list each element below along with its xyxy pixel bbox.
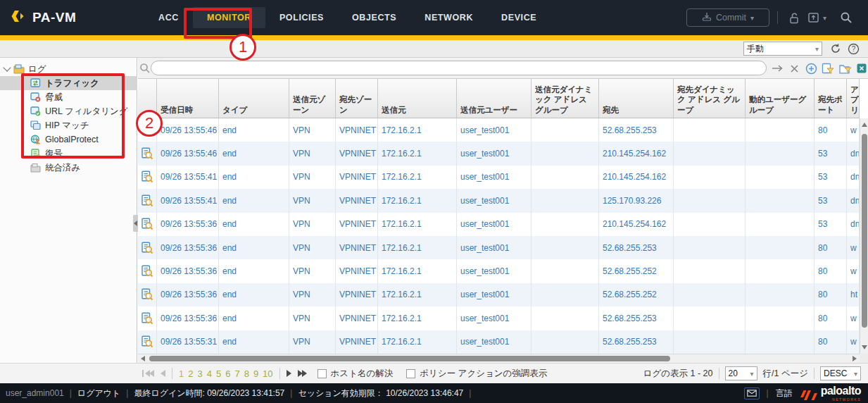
highlight-policy-checkbox[interactable] bbox=[406, 369, 415, 378]
page-number-4[interactable]: 4 bbox=[207, 368, 212, 379]
nav-tab-objects[interactable]: OBJECTS bbox=[338, 7, 410, 28]
cell-destination: 52.68.255.253 bbox=[599, 330, 674, 354]
table-row[interactable]: 09/26 13:55:36endVPNVPNINET172.16.2.1use… bbox=[138, 283, 860, 306]
vertical-scroll-thumb[interactable] bbox=[862, 134, 867, 328]
horizontal-scrollbar[interactable] bbox=[138, 354, 860, 363]
cell-dynamic-user-group bbox=[746, 166, 814, 189]
log-filter-input[interactable] bbox=[151, 61, 767, 75]
column-header-type[interactable]: タイプ bbox=[219, 79, 289, 118]
prev-page-button[interactable] bbox=[161, 370, 165, 377]
cell-application: dn bbox=[847, 189, 860, 212]
column-header-source-dag[interactable]: 送信元ダイナミック アドレス グループ bbox=[532, 79, 599, 118]
table-row[interactable]: 09/26 13:55:46endVPNVPNINET172.16.2.1use… bbox=[138, 118, 860, 142]
page-number-2[interactable]: 2 bbox=[188, 368, 193, 379]
per-page-select[interactable]: 20 ▾ bbox=[725, 366, 757, 380]
table-row[interactable]: 09/26 13:55:41endVPNVPNINET172.16.2.1use… bbox=[138, 189, 860, 212]
apply-filter-icon[interactable] bbox=[770, 61, 784, 75]
log-detail-icon[interactable] bbox=[138, 189, 157, 212]
scroll-right-icon[interactable] bbox=[853, 356, 857, 361]
clear-filter-icon[interactable] bbox=[787, 61, 801, 75]
column-header-destination-dag[interactable]: 宛先ダイナミック アドレス グループ bbox=[674, 79, 746, 118]
log-detail-icon[interactable] bbox=[138, 259, 157, 283]
sidebar-item-unified[interactable]: 統合済み bbox=[0, 161, 137, 175]
log-detail-icon[interactable] bbox=[138, 142, 157, 165]
accent-bar bbox=[0, 35, 868, 40]
export-csv-icon[interactable] bbox=[855, 61, 868, 75]
page-number-1[interactable]: 1 bbox=[179, 368, 184, 379]
column-header-dest-port[interactable]: 宛先ポート bbox=[814, 79, 847, 118]
column-header-source[interactable]: 送信元 bbox=[378, 79, 457, 118]
column-header-application[interactable]: アプリ bbox=[847, 79, 860, 118]
table-row[interactable]: 09/26 13:55:36endVPNVPNINET172.16.2.1use… bbox=[138, 213, 860, 236]
scroll-up-icon[interactable] bbox=[862, 123, 867, 127]
log-detail-icon[interactable] bbox=[138, 283, 157, 306]
page-number-3[interactable]: 3 bbox=[197, 368, 202, 379]
device-name: PA-VM bbox=[32, 10, 76, 25]
help-icon[interactable]: ? bbox=[847, 42, 860, 55]
resolve-hostname-checkbox[interactable] bbox=[317, 369, 327, 378]
table-row[interactable]: 09/26 13:55:31endVPNVPNINET172.16.2.1use… bbox=[138, 330, 860, 354]
log-detail-icon[interactable] bbox=[138, 306, 157, 330]
cell-destination: 125.170.93.226 bbox=[599, 189, 674, 212]
scroll-down-icon[interactable] bbox=[862, 345, 867, 349]
nav-tab-network[interactable]: NETWORK bbox=[410, 7, 487, 28]
cell-destination: 210.145.254.162 bbox=[599, 166, 674, 189]
sort-order-select[interactable]: DESC ▾ bbox=[820, 366, 861, 380]
language-link[interactable]: 言語 bbox=[776, 388, 793, 399]
cell-dynamic-user-group bbox=[746, 283, 814, 306]
next-page-button[interactable] bbox=[287, 370, 291, 377]
column-header-destination[interactable]: 宛先 bbox=[599, 79, 674, 118]
last-page-button[interactable] bbox=[298, 370, 307, 377]
tasks-icon[interactable] bbox=[744, 388, 760, 399]
cell-destination: 52.68.255.252 bbox=[599, 259, 674, 283]
last-login-time: 最終ログイン時間: 09/26/2023 13:41:57 bbox=[134, 388, 284, 399]
cell-source: 172.16.2.1 bbox=[378, 283, 457, 306]
column-header-to-zone[interactable]: 宛先ゾーン bbox=[336, 79, 378, 118]
page-number-8[interactable]: 8 bbox=[244, 368, 249, 379]
log-detail-icon[interactable] bbox=[138, 166, 157, 189]
log-detail-icon[interactable] bbox=[138, 213, 157, 236]
cell-source-user: user_test001 bbox=[457, 259, 532, 283]
cell-dynamic-user-group bbox=[746, 118, 814, 142]
page-number-6[interactable]: 6 bbox=[225, 368, 230, 379]
cell-destination-dag bbox=[674, 236, 746, 259]
table-row[interactable]: 09/26 13:55:46endVPNVPNINET172.16.2.1use… bbox=[138, 142, 860, 165]
table-row[interactable]: 09/26 13:55:36endVPNVPNINET172.16.2.1use… bbox=[138, 259, 860, 283]
log-detail-icon[interactable] bbox=[138, 236, 157, 259]
refresh-mode-select[interactable]: 手動 ▾ bbox=[743, 42, 822, 56]
column-header-receive-time[interactable]: 受信日時 bbox=[157, 79, 219, 118]
table-row[interactable]: 09/26 13:55:41endVPNVPNINET172.16.2.1use… bbox=[138, 166, 860, 189]
column-header-source-user[interactable]: 送信元ユーザー bbox=[457, 79, 532, 118]
log-detail-icon[interactable] bbox=[138, 330, 157, 354]
commit-button[interactable]: Commit ▾ bbox=[686, 8, 769, 27]
page-number-5[interactable]: 5 bbox=[216, 368, 221, 379]
vertical-scrollbar[interactable] bbox=[860, 118, 868, 354]
column-header-dynamic-user-group[interactable]: 動的ユーザーグループ bbox=[746, 79, 814, 118]
resolve-hostname-label: ホスト名の解決 bbox=[331, 368, 394, 380]
scroll-left-icon[interactable] bbox=[141, 356, 145, 361]
table-row[interactable]: 09/26 13:55:36endVPNVPNINET172.16.2.1use… bbox=[138, 306, 860, 330]
page-number-10[interactable]: 10 bbox=[263, 368, 272, 379]
save-filter-icon[interactable] bbox=[821, 61, 835, 75]
column-header-from-zone[interactable]: 送信元ゾーン bbox=[289, 79, 336, 118]
nav-tab-device[interactable]: DEVICE bbox=[487, 7, 551, 28]
page-number-9[interactable]: 9 bbox=[253, 368, 258, 379]
cell-source-dag bbox=[532, 142, 599, 165]
lock-icon[interactable] bbox=[787, 11, 801, 25]
refresh-icon[interactable] bbox=[829, 42, 842, 55]
cell-dynamic-user-group bbox=[746, 330, 814, 354]
sidebar-collapse-handle[interactable] bbox=[133, 215, 138, 232]
table-row[interactable]: 09/26 13:55:36endVPNVPNINET172.16.2.1use… bbox=[138, 236, 860, 259]
logout-link[interactable]: ログアウト bbox=[77, 388, 120, 399]
tree-expand-icon[interactable] bbox=[3, 63, 11, 71]
paloalto-logo-mark bbox=[800, 389, 818, 402]
add-filter-icon[interactable] bbox=[804, 61, 818, 75]
first-page-button[interactable] bbox=[142, 370, 154, 377]
save-config-icon[interactable]: ▾ bbox=[807, 11, 828, 25]
page-number-7[interactable]: 7 bbox=[234, 368, 239, 379]
cell-destination: 52.68.255.252 bbox=[599, 283, 674, 306]
global-search-icon[interactable] bbox=[839, 11, 853, 25]
load-filter-icon[interactable] bbox=[838, 61, 853, 75]
horizontal-scroll-thumb[interactable] bbox=[149, 356, 670, 361]
nav-tab-policies[interactable]: POLICIES bbox=[265, 7, 338, 28]
